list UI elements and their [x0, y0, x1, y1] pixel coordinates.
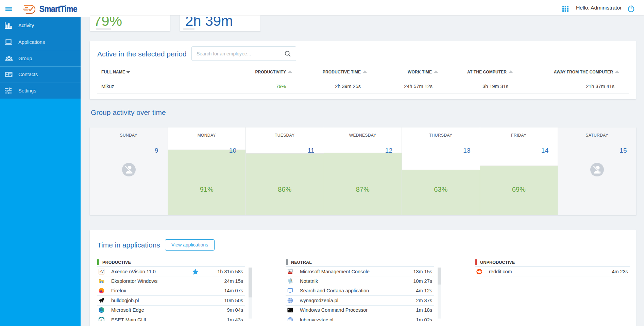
svg-text:e: e — [101, 318, 102, 321]
svg-text:V: V — [101, 270, 104, 274]
